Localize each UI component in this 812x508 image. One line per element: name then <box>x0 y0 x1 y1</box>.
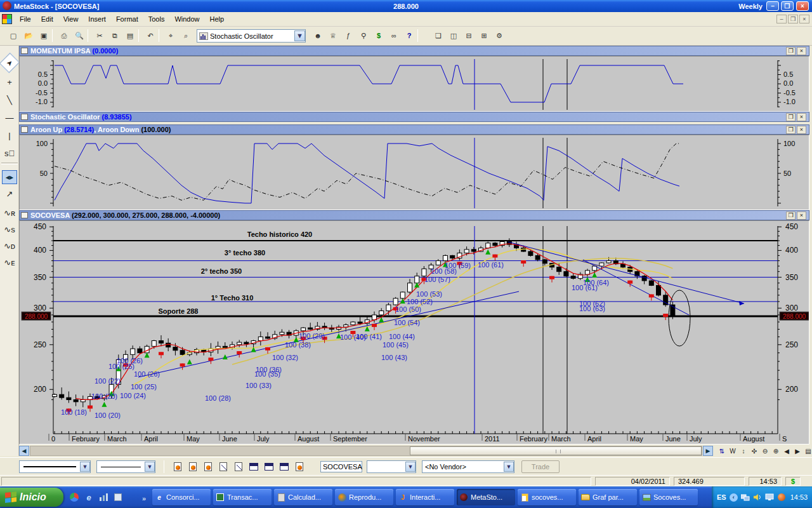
restore-button[interactable]: ❒ <box>781 1 794 11</box>
panel-collapse-box[interactable] <box>21 212 28 218</box>
save-icon[interactable]: ▣ <box>37 29 51 43</box>
scroll-left-button[interactable]: ◀ <box>19 446 29 456</box>
fit-chart-icon[interactable]: ✣ <box>749 446 759 456</box>
vertical-line-tool[interactable]: | <box>2 128 17 142</box>
aroon-chart[interactable]: 1001005050 <box>19 135 809 210</box>
price-chart[interactable]: 4504504004003503503003002502502002000Feb… <box>19 220 809 444</box>
chevron-down-icon[interactable]: ▼ <box>80 462 90 472</box>
cut-icon[interactable]: ✂ <box>93 29 107 43</box>
hide-icons-chevron[interactable]: ‹ <box>729 493 738 502</box>
copy-icon[interactable]: ⧉ <box>108 29 122 43</box>
scroll-right-button[interactable]: ▶ <box>703 446 713 456</box>
scrollbar-thumb[interactable] <box>410 446 702 455</box>
scale-vertical-icon[interactable]: ↕ <box>738 446 749 456</box>
chart-style-d-tool[interactable]: ∿ᴅ <box>2 239 17 253</box>
tile-grid-icon[interactable]: ⊞ <box>477 29 491 43</box>
binoculars-icon[interactable]: ∞ <box>387 29 401 43</box>
apply-template-2-icon[interactable] <box>187 460 199 473</box>
task-button-metasto[interactable]: MetaSto... <box>457 489 515 505</box>
zoom-icon[interactable]: ⌕ <box>179 29 193 43</box>
antivirus-icon[interactable] <box>777 493 787 502</box>
chrome-icon[interactable] <box>69 491 80 503</box>
apply-template-3-icon[interactable] <box>202 460 214 473</box>
refresh-icon[interactable]: ⇅ <box>717 446 727 456</box>
vendor-selector[interactable]: <No Vendor>▼ <box>422 460 514 473</box>
explorer-icon[interactable]: ⚲ <box>357 29 370 43</box>
scroll-toggle-tool[interactable]: ◀▶ <box>2 170 17 184</box>
task-button-reprodu[interactable]: Reprodu... <box>335 489 393 505</box>
layout-top-icon[interactable] <box>247 460 260 473</box>
panel-restore-button[interactable]: ❒ <box>786 47 796 55</box>
scheduler-icon[interactable] <box>112 491 124 503</box>
zoom-in-icon[interactable]: ⊕ <box>771 446 781 456</box>
panel-restore-button[interactable]: ❒ <box>786 126 796 134</box>
momentum-chart[interactable]: 0.50.50.00.0-0.5-0.5-1.0-1.0 <box>19 56 809 112</box>
menu-window[interactable]: Window <box>169 13 204 25</box>
symbol-field[interactable]: SOCOVESA <box>320 461 362 472</box>
chart-icon[interactable] <box>98 491 109 503</box>
task-button-calculad[interactable]: Calculad... <box>274 489 332 505</box>
display-settings-icon[interactable] <box>765 493 775 502</box>
chevron-down-icon[interactable]: ▼ <box>405 462 416 472</box>
chart-window-icon[interactable] <box>2 14 12 24</box>
panel-restore-button[interactable]: ❒ <box>786 211 796 220</box>
horizontal-line-tool[interactable]: — <box>2 110 17 124</box>
crosshair-icon[interactable]: ⌖ <box>164 29 178 43</box>
zoom-out-icon[interactable]: ⊖ <box>760 446 770 456</box>
panel-close-button[interactable]: × <box>797 211 806 220</box>
periodicity-w-icon[interactable]: W <box>728 446 738 456</box>
undo-icon[interactable]: ↶ <box>143 29 157 43</box>
context-help-icon[interactable]: ? <box>402 29 416 43</box>
volume-icon[interactable] <box>753 493 763 502</box>
panel-header-aroon[interactable]: Aroon Up (28.5714), Aroon Down (100.000)… <box>19 124 809 135</box>
indicator-builder-icon[interactable]: ƒ <box>341 29 355 43</box>
task-button-consorci[interactable]: eConsorci... <box>152 489 211 505</box>
internet-explorer-icon[interactable]: e <box>83 491 95 503</box>
task-button-transac[interactable]: Transac... <box>213 489 272 505</box>
save-layout-2-icon[interactable] <box>232 460 245 473</box>
symbol-combo[interactable]: ▼ <box>367 460 416 473</box>
cascade-icon[interactable]: ❏ <box>431 29 445 43</box>
menu-format[interactable]: Format <box>111 13 143 25</box>
start-button[interactable]: Inicio <box>0 488 63 507</box>
trendline-tool[interactable]: ╲ <box>2 93 17 107</box>
layout-bottom-icon[interactable] <box>278 460 291 473</box>
indicator-selector[interactable]: Stochastic Oscillator ▼ <box>197 29 306 43</box>
chart-style-e-tool[interactable]: ∿ᴇ <box>2 255 17 269</box>
panel-close-button[interactable]: × <box>797 126 806 134</box>
menu-tools[interactable]: Tools <box>143 13 170 25</box>
tile-vertical-icon[interactable]: ◫ <box>447 29 461 43</box>
open-icon[interactable]: 📂 <box>22 29 36 43</box>
network-status-icon[interactable] <box>741 493 750 502</box>
child-minimize-button[interactable]: – <box>776 15 787 23</box>
task-button-interacti[interactable]: JInteracti... <box>396 489 454 505</box>
chevron-down-icon[interactable]: ▼ <box>145 462 155 472</box>
tile-horizontal-icon[interactable]: ⊟ <box>462 29 476 43</box>
language-indicator[interactable]: ES <box>717 493 726 501</box>
layout-mid-icon[interactable] <box>263 460 275 473</box>
panel-collapse-box[interactable] <box>21 126 28 133</box>
menu-edit[interactable]: Edit <box>36 13 58 25</box>
page-right-icon[interactable]: ▶ <box>792 446 802 456</box>
menu-insert[interactable]: Insert <box>83 13 111 25</box>
trade-button[interactable]: Trade <box>521 460 560 473</box>
crosshair-tool[interactable]: + <box>2 75 17 89</box>
close-button[interactable]: × <box>796 1 809 11</box>
quick-launch-overflow-chevron[interactable]: » <box>142 495 146 502</box>
menu-file[interactable]: File <box>15 13 36 25</box>
child-restore-button[interactable]: ❒ <box>788 15 798 23</box>
panel-restore-button[interactable]: ❒ <box>786 113 796 121</box>
line-weight-selector[interactable]: ▼ <box>96 460 155 473</box>
new-chart-icon[interactable]: ▢ <box>6 29 20 43</box>
pointer-tool[interactable]: ➤ <box>0 53 20 74</box>
system-tester-icon[interactable]: $ <box>372 29 386 43</box>
chevron-down-icon[interactable]: ▼ <box>504 462 514 472</box>
task-button-socoves[interactable]: socoves... <box>518 489 576 505</box>
child-close-button[interactable]: × <box>799 15 809 23</box>
minimize-button[interactable]: – <box>766 1 779 11</box>
task-button-socoves[interactable]: Socoves... <box>639 489 698 505</box>
scrollbar-track[interactable] <box>30 446 702 456</box>
chart-style-r-tool[interactable]: ∿ʀ <box>2 206 17 220</box>
panel-close-button[interactable]: × <box>797 113 806 121</box>
chart-style-1-tool[interactable]: ↗ <box>2 187 17 201</box>
